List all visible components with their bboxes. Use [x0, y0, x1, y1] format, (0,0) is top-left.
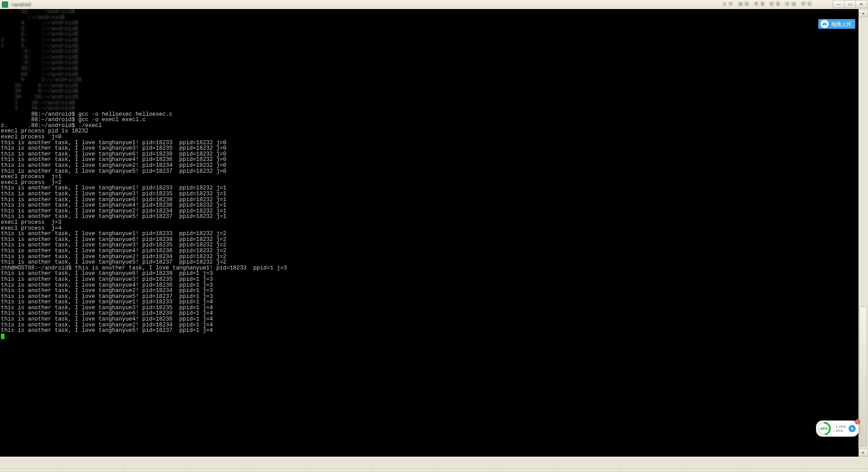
close-icon: ✕ — [859, 2, 863, 7]
terminal-line: HO: :~/android$ — [1, 66, 858, 72]
terminal-line: this is another task, I love tanghanyue3… — [1, 277, 858, 283]
widget-close-icon[interactable]: × — [855, 419, 860, 425]
terminal-line: execl process j=1 — [1, 174, 858, 180]
terminal-line: this is another task, I love tanghanyue2… — [1, 288, 858, 294]
terminal-line: this is another task, I love tanghanyue5… — [1, 169, 858, 175]
network-monitor-widget[interactable]: 48% 1.1K/s 1K/s ✦ × — [816, 420, 859, 437]
terminal-line: this is another task, I love tanghanyue1… — [1, 299, 858, 305]
terminal-line: this is another task, I love tanghanyue3… — [1, 191, 858, 197]
close-button[interactable]: ✕ — [855, 0, 867, 8]
scroll-down-button[interactable]: ▼ — [858, 448, 868, 457]
terminal-line: O. :~/android$ — [1, 32, 858, 38]
terminal-line: 3 38:~/android$ — [1, 106, 858, 112]
terminal-app-icon — [2, 1, 8, 8]
cloud-upload-icon — [820, 20, 829, 28]
terminal-line: 3 38:~/android$ — [1, 100, 858, 106]
terminal-line: 3H 8:~/android$ — [1, 83, 858, 89]
os-taskbar[interactable] — [0, 468, 868, 472]
terminal-line: O. :~/android$ — [1, 26, 858, 32]
terminal-line: this is another task, I love tanghanyue5… — [1, 214, 858, 220]
maximize-icon: ▭ — [848, 2, 852, 7]
terminal-line: execl process pid is 18232 — [1, 128, 858, 134]
terminal-line: z. .88:~/android$ ./execl — [1, 123, 858, 129]
terminal-line: HO :~/android$ — [1, 72, 858, 78]
terminal-line: this is another task, I love tanghanyue5… — [1, 328, 858, 334]
maximize-button[interactable]: ▭ — [844, 0, 856, 8]
terminal-line: this is another task, I love tanghanyue5… — [1, 260, 858, 265]
cpu-gauge-value: 48% — [820, 426, 828, 431]
terminal-line: 3H 38:~/android$ — [1, 94, 858, 100]
network-rates: 1.1K/s 1K/s — [833, 425, 846, 433]
cpu-gauge-icon: 48% — [817, 422, 831, 435]
terminal-line: this is another task, I love tanghanyue1… — [1, 231, 858, 237]
terminal-line: A :~/android$ — [1, 20, 858, 26]
upload-rate: 1.1K/s — [833, 425, 846, 429]
terminal-line: :O: :~/android$ — [1, 60, 858, 66]
terminal-line: :O: :~/android$ — [1, 55, 858, 61]
scroll-thumb[interactable] — [859, 307, 867, 447]
window-titlebar: ~/android 文件 编辑 查看 搜索 终端 帮助 — ▭ ✕ — [0, 0, 868, 9]
window-title: ~/android — [10, 2, 31, 7]
terminal-line: this is another task, I love tanghanyue4… — [1, 248, 858, 254]
minimize-icon: — — [836, 2, 841, 7]
terminal-line: z O. :~/android$ — [1, 43, 858, 49]
drag-upload-label: 拖拽上传 — [831, 21, 851, 28]
terminal-line: 88:~/android$ gcc -o execl execl.c — [1, 117, 858, 123]
terminal-cursor — [1, 334, 5, 339]
minimize-button[interactable]: — — [833, 0, 844, 8]
terminal-line: this is another task, I love tanghanyue4… — [1, 316, 858, 322]
terminal-cursor-line[interactable] — [1, 334, 858, 340]
terminal-line: this is another task, I love tanghanyue3… — [1, 146, 858, 151]
terminal-line: :O: :~/android$ — [1, 49, 858, 55]
scroll-up-button[interactable]: ▲ — [858, 9, 868, 17]
terminal-line: this is another task, I love tanghanyue2… — [1, 163, 858, 169]
terminal-line: 3H 8:~/android$ — [1, 89, 858, 94]
terminal-line: execl process j=3 — [1, 220, 858, 226]
download-rate: 1K/s — [833, 429, 846, 433]
vertical-scrollbar[interactable]: ▲ ▼ — [858, 9, 868, 457]
scroll-track[interactable] — [858, 17, 868, 448]
menubar-hints: 文件 编辑 查看 搜索 终端 帮助 — [722, 1, 814, 7]
accelerate-icon[interactable]: ✦ — [849, 425, 856, 432]
terminal-line: :~/android$ — [1, 15, 858, 21]
drag-upload-button[interactable]: 拖拽上传 — [818, 19, 855, 29]
terminal-pane[interactable]: OS /android$ :~/android$ A :~/android$ O… — [0, 9, 858, 457]
terminal-line: OS /android$ — [1, 9, 858, 15]
terminal-line: z O. :~/android$ — [1, 38, 858, 43]
terminal-line: H 3:~/android$ — [1, 77, 858, 83]
terminal-line: execl process j=0 — [1, 134, 858, 140]
terminal-line: this is another task, I love tanghanyue4… — [1, 203, 858, 208]
